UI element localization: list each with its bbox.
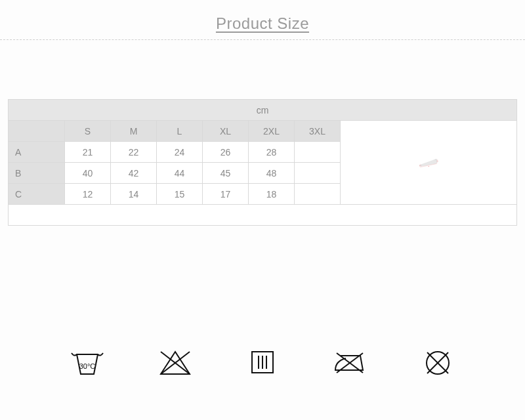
do-not-bleach-icon bbox=[156, 345, 195, 381]
diagram-label-c: C bbox=[438, 160, 439, 161]
col-2xl: 2XL bbox=[249, 121, 295, 142]
page-title: Product Size bbox=[216, 14, 309, 33]
cell: 15 bbox=[157, 184, 203, 205]
diagram-label-b: B bbox=[429, 165, 429, 166]
col-xl: XL bbox=[203, 121, 249, 142]
cell bbox=[295, 163, 341, 184]
cell: 45 bbox=[203, 163, 249, 184]
row-a: A bbox=[9, 142, 65, 163]
wash-30c-icon: 30°C bbox=[68, 345, 107, 381]
cell: 22 bbox=[111, 142, 157, 163]
svg-text:30°C: 30°C bbox=[79, 362, 96, 370]
cell: 17 bbox=[203, 184, 249, 205]
do-not-dry-clean-icon bbox=[418, 345, 457, 381]
arm-sleeve-diagram-svg: A B C bbox=[345, 156, 513, 168]
cell: 42 bbox=[111, 163, 157, 184]
care-instructions-row: 30°C bbox=[0, 345, 525, 381]
col-s: S bbox=[65, 121, 111, 142]
size-table-container: cm S M L XL 2XL 3XL A bbox=[8, 99, 517, 226]
tumble-dry-icon bbox=[243, 345, 282, 381]
cell: 12 bbox=[65, 184, 111, 205]
cell: 24 bbox=[157, 142, 203, 163]
col-m: M bbox=[111, 121, 157, 142]
col-l: L bbox=[157, 121, 203, 142]
unit-header: cm bbox=[9, 100, 517, 121]
divider-top bbox=[0, 39, 525, 40]
cell bbox=[295, 142, 341, 163]
size-table: cm S M L XL 2XL 3XL A bbox=[8, 99, 517, 226]
row-b: B bbox=[9, 163, 65, 184]
row-c: C bbox=[9, 184, 65, 205]
measurement-diagram: A B C bbox=[341, 121, 517, 205]
cell: 21 bbox=[65, 142, 111, 163]
cell: 40 bbox=[65, 163, 111, 184]
cell: 28 bbox=[249, 142, 295, 163]
table-bottom-row bbox=[9, 205, 517, 226]
col-3xl: 3XL bbox=[295, 121, 341, 142]
cell: 44 bbox=[157, 163, 203, 184]
cell: 14 bbox=[111, 184, 157, 205]
cell: 48 bbox=[249, 163, 295, 184]
cell bbox=[295, 184, 341, 205]
corner-cell bbox=[9, 121, 65, 142]
cell: 26 bbox=[203, 142, 249, 163]
cell: 18 bbox=[249, 184, 295, 205]
do-not-iron-icon bbox=[330, 345, 369, 381]
